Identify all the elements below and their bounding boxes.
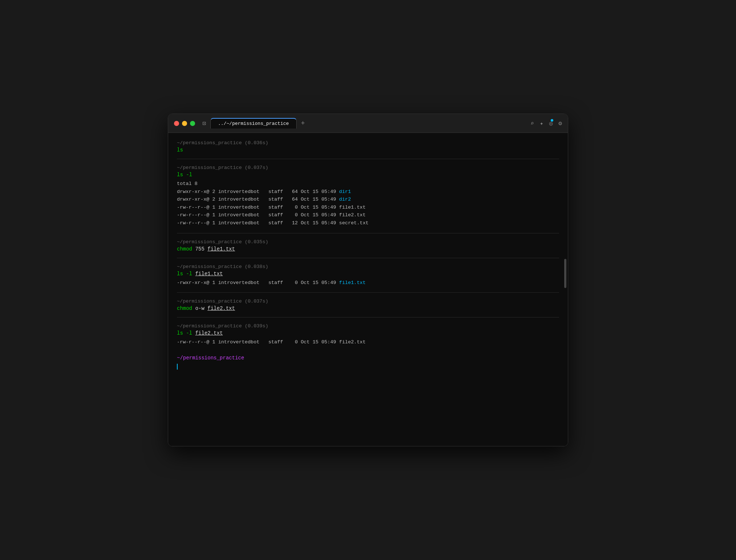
command-1: ls bbox=[177, 147, 559, 153]
output-2-0: total 8 bbox=[177, 180, 559, 188]
scrollbar-track[interactable] bbox=[564, 137, 566, 442]
command-block-3: ~/permissions_practice (0.035s) chmod 75… bbox=[177, 239, 559, 252]
cmd-file-3: file2.txt bbox=[207, 305, 235, 311]
output-2-5: -rw-r--r--@ 1 introvertedbot staff 12 Oc… bbox=[177, 219, 559, 227]
split-view-icon[interactable]: ⊡ bbox=[202, 120, 206, 127]
dir2-name: dir2 bbox=[339, 197, 351, 202]
prompt-4: ~/permissions_practice (0.038s) bbox=[177, 264, 559, 269]
terminal-content[interactable]: ~/permissions_practice (0.036s) ls ~/per… bbox=[168, 133, 568, 446]
cmd-ls-3: ls -l bbox=[177, 330, 192, 336]
prompt-1: ~/permissions_practice (0.036s) bbox=[177, 140, 559, 146]
close-button[interactable] bbox=[174, 121, 179, 126]
cmd-chmod-2: chmod bbox=[177, 305, 192, 311]
search-icon[interactable]: ⌕ bbox=[530, 120, 534, 127]
output-2-1: drwxr-xr-x@ 2 introvertedbot staff 64 Oc… bbox=[177, 188, 559, 196]
prompt-5: ~/permissions_practice (0.037s) bbox=[177, 299, 559, 304]
new-tab-button[interactable]: + bbox=[298, 118, 308, 129]
command-4: ls -l file1.txt bbox=[177, 271, 559, 277]
current-prompt: ~/permissions_practice bbox=[177, 355, 559, 361]
divider-4 bbox=[177, 292, 559, 293]
command-3: chmod 755 file1.txt bbox=[177, 246, 559, 252]
command-block-4: ~/permissions_practice (0.038s) ls -l fi… bbox=[177, 264, 559, 287]
cursor bbox=[177, 364, 178, 370]
output-2-3: -rw-r--r--@ 1 introvertedbot staff 0 Oct… bbox=[177, 204, 559, 212]
file1-exec-name: file1.txt bbox=[339, 280, 366, 285]
bell-icon[interactable]: ◎ bbox=[549, 120, 553, 127]
tab-bar: ../~/permissions_practice + bbox=[210, 118, 526, 129]
output-2-4: -rw-r--r--@ 1 introvertedbot staff 0 Oct… bbox=[177, 211, 559, 219]
maximize-button[interactable] bbox=[190, 121, 195, 126]
prompt-2: ~/permissions_practice (0.037s) bbox=[177, 165, 559, 170]
divider-2 bbox=[177, 233, 559, 233]
prompt-3: ~/permissions_practice (0.035s) bbox=[177, 239, 559, 245]
cmd-arg-1: 755 bbox=[195, 246, 207, 252]
cmd-file-2: file1.txt bbox=[195, 271, 223, 277]
command-block-5: ~/permissions_practice (0.037s) chmod o-… bbox=[177, 299, 559, 311]
active-tab[interactable]: ../~/permissions_practice bbox=[210, 118, 297, 129]
command-block-2: ~/permissions_practice (0.037s) ls -l to… bbox=[177, 165, 559, 227]
prompt-6: ~/permissions_practice (0.039s) bbox=[177, 323, 559, 329]
magic-icon[interactable]: ✦ bbox=[540, 120, 543, 127]
cmd-ls-2: ls -l bbox=[177, 271, 192, 277]
output-6-0: -rw-r--r--@ 1 introvertedbot staff 0 Oct… bbox=[177, 338, 559, 346]
divider-5 bbox=[177, 317, 559, 318]
scrollbar-thumb[interactable] bbox=[564, 259, 566, 288]
cmd-file-4: file2.txt bbox=[195, 330, 223, 336]
titlebar-actions: ⌕ ✦ ◎ ⚙ bbox=[530, 120, 562, 127]
traffic-lights bbox=[174, 121, 195, 126]
cmd-arg-2: o-w bbox=[195, 305, 207, 311]
command-5: chmod o-w file2.txt bbox=[177, 305, 559, 311]
command-block-6: ~/permissions_practice (0.039s) ls -l fi… bbox=[177, 323, 559, 346]
cmd-text-1: ls bbox=[177, 147, 183, 153]
output-2-2: drwxr-xr-x@ 2 introvertedbot staff 64 Oc… bbox=[177, 196, 559, 204]
divider-1 bbox=[177, 159, 559, 159]
minimize-button[interactable] bbox=[182, 121, 187, 126]
terminal-window: ⊡ ../~/permissions_practice + ⌕ ✦ ◎ ⚙ ~/… bbox=[168, 114, 568, 446]
command-6: ls -l file2.txt bbox=[177, 330, 559, 336]
command-2: ls -l bbox=[177, 172, 559, 178]
cmd-text-2: ls -l bbox=[177, 172, 192, 178]
cmd-file-1: file1.txt bbox=[207, 246, 235, 252]
tab-label: ../~/permissions_practice bbox=[218, 121, 289, 126]
dir1-name: dir1 bbox=[339, 189, 351, 194]
divider-3 bbox=[177, 258, 559, 258]
command-block-1: ~/permissions_practice (0.036s) ls bbox=[177, 140, 559, 153]
settings-icon[interactable]: ⚙ bbox=[558, 120, 562, 127]
cmd-chmod-1: chmod bbox=[177, 246, 192, 252]
titlebar: ⊡ ../~/permissions_practice + ⌕ ✦ ◎ ⚙ bbox=[168, 114, 568, 133]
output-4-0: -rwxr-xr-x@ 1 introvertedbot staff 0 Oct… bbox=[177, 279, 559, 287]
